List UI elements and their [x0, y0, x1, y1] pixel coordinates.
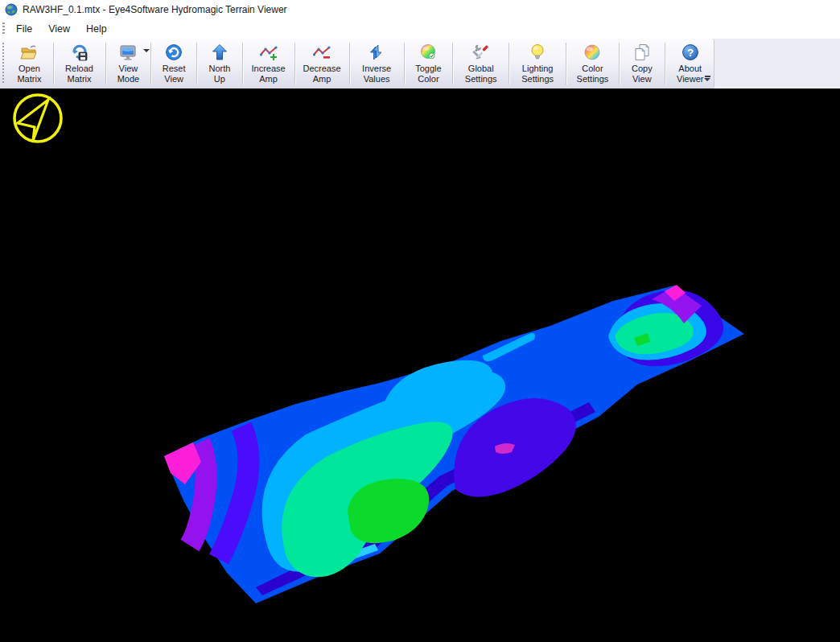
- menu-file[interactable]: File: [8, 21, 40, 37]
- globe-app-icon: [5, 3, 18, 16]
- increase-amp-label: Increase Amp: [249, 64, 289, 84]
- toolbar-separator: [349, 43, 350, 84]
- toolbar-separator: [196, 43, 197, 84]
- menu-view[interactable]: View: [40, 21, 78, 37]
- increase-amp-button[interactable]: Increase Amp: [245, 39, 293, 88]
- reload-matrix-button[interactable]: Reload Matrix: [55, 39, 103, 88]
- svg-text:?: ?: [687, 47, 694, 59]
- color-settings-label: Color Settings: [572, 64, 613, 84]
- toolbar-separator: [566, 43, 566, 84]
- menu-help[interactable]: Help: [78, 21, 115, 37]
- toolbar-separator: [294, 43, 295, 84]
- reset-view-label: Reset View: [157, 64, 191, 84]
- main-toolbar: Open Matrix Reload Matrix: [0, 39, 714, 88]
- color-settings-button[interactable]: Color Settings: [568, 39, 617, 88]
- terrain-3d-viewport[interactable]: [0, 88, 840, 642]
- color-sphere-icon: [418, 43, 438, 62]
- reload-matrix-label: Reload Matrix: [59, 64, 99, 84]
- reset-undo-icon: [164, 43, 183, 62]
- open-matrix-button[interactable]: Open Matrix: [7, 39, 51, 88]
- palette-sphere-icon: [583, 43, 602, 62]
- title-bar: RAW3HF_0.1.mtx - Eye4Software Hydromagic…: [0, 0, 840, 19]
- toggle-color-label: Toggle Color: [410, 64, 447, 84]
- decrease-amp-label: Decrease Amp: [300, 64, 344, 84]
- reset-view-button[interactable]: Reset View: [153, 39, 195, 88]
- lighting-settings-button[interactable]: Lighting Settings: [511, 39, 564, 88]
- view-mode-dropdown-arrow[interactable]: [143, 49, 150, 52]
- monitor-icon: [118, 43, 138, 62]
- help-question-icon: ?: [681, 43, 700, 62]
- toggle-color-button[interactable]: Toggle Color: [406, 39, 451, 88]
- toolbar-band: Open Matrix Reload Matrix: [0, 39, 840, 88]
- copy-view-button[interactable]: Copy View: [621, 39, 663, 88]
- toolbar-separator: [452, 43, 453, 84]
- open-folder-icon: [19, 43, 39, 62]
- terrain-surface: [0, 88, 840, 642]
- toolbar-separator: [53, 43, 54, 84]
- reload-disk-icon: [70, 43, 89, 62]
- copy-view-label: Copy View: [625, 64, 659, 84]
- open-matrix-label: Open Matrix: [11, 64, 47, 84]
- global-settings-button[interactable]: Global Settings: [455, 39, 507, 88]
- view-mode-label: View Mode: [111, 64, 145, 84]
- swap-arrows-icon: [367, 43, 386, 62]
- copy-pages-icon: [632, 43, 652, 62]
- toolbar-separator: [105, 43, 106, 84]
- arrow-up-icon: [210, 43, 229, 62]
- toolbar-separator: [619, 43, 620, 84]
- toolbar-separator: [509, 43, 509, 84]
- north-up-label: North Up: [203, 64, 237, 84]
- bulb-icon: [528, 43, 547, 62]
- toolbar-grip[interactable]: [2, 43, 4, 84]
- toolbar-separator: [665, 43, 665, 84]
- view-mode-button[interactable]: View Mode: [107, 39, 149, 88]
- lighting-settings-label: Lighting Settings: [515, 64, 560, 84]
- inverse-values-label: Inverse Values: [355, 64, 397, 84]
- graph-plus-icon: [259, 43, 278, 62]
- inverse-values-button[interactable]: Inverse Values: [351, 39, 401, 88]
- tools-icon: [471, 43, 491, 62]
- toolbar-separator: [150, 43, 151, 84]
- menubar-grip[interactable]: [2, 23, 5, 35]
- global-settings-label: Global Settings: [459, 64, 503, 84]
- decrease-amp-button[interactable]: Decrease Amp: [296, 39, 348, 88]
- north-up-button[interactable]: North Up: [199, 39, 241, 88]
- window-title: RAW3HF_0.1.mtx - Eye4Software Hydromagic…: [23, 4, 287, 15]
- toolbar-separator: [404, 43, 405, 84]
- toolbar-separator: [242, 43, 243, 84]
- graph-minus-icon: [312, 43, 331, 62]
- toolbar-overflow-icon[interactable]: [702, 72, 712, 84]
- menu-bar: File View Help: [0, 19, 840, 39]
